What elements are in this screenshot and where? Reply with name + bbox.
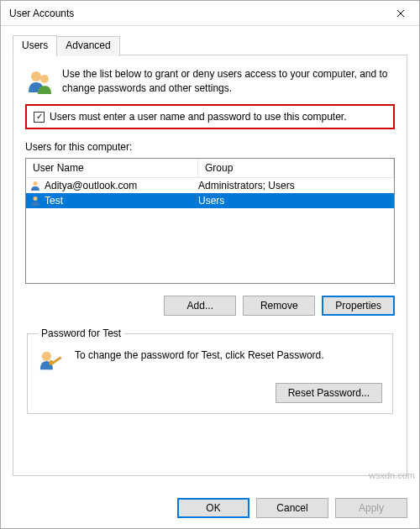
watermark: wsxdn.com — [369, 470, 415, 480]
password-group: Password for Test To change the password… — [27, 327, 393, 414]
cell-username: Test — [45, 195, 63, 207]
password-group-legend: Password for Test — [38, 327, 124, 339]
add-button[interactable]: Add... — [164, 296, 236, 316]
cell-group: Users — [198, 195, 391, 207]
content-area: Users Advanced Use the list below to gra… — [1, 26, 419, 488]
svg-point-1 — [40, 75, 49, 83]
column-header-group[interactable]: Group — [198, 159, 394, 177]
require-password-row: ✓ Users must enter a user name and passw… — [25, 104, 395, 129]
users-list-header: User Name Group — [26, 159, 394, 178]
reset-password-button[interactable]: Reset Password... — [276, 383, 382, 403]
close-button[interactable] — [381, 1, 419, 26]
tab-users[interactable]: Users — [13, 35, 57, 55]
properties-button[interactable]: Properties — [322, 296, 395, 316]
tab-advanced[interactable]: Advanced — [56, 36, 119, 56]
tab-strip: Users Advanced — [13, 34, 407, 55]
svg-point-6 — [49, 360, 54, 365]
user-icon — [29, 195, 41, 207]
checkmark-icon: ✓ — [36, 113, 43, 121]
intro-text: Use the list below to grant or deny user… — [62, 67, 395, 96]
users-list[interactable]: User Name Group Aditya@outlook.com Admin… — [25, 158, 395, 284]
column-header-username[interactable]: User Name — [26, 159, 198, 177]
users-icon — [25, 67, 54, 96]
require-password-label: Users must enter a user name and passwor… — [50, 111, 347, 123]
table-row[interactable]: Test Users — [26, 193, 394, 208]
key-icon — [38, 348, 65, 374]
ok-button[interactable]: OK — [177, 498, 249, 518]
svg-point-2 — [34, 181, 38, 186]
intro-row: Use the list below to grant or deny user… — [25, 67, 395, 96]
users-list-label: Users for this computer: — [25, 141, 395, 153]
dialog-footer: OK Cancel Apply — [1, 488, 419, 528]
cell-group: Administrators; Users — [198, 180, 391, 191]
users-button-row: Add... Remove Properties — [25, 296, 395, 316]
cancel-button[interactable]: Cancel — [256, 498, 328, 518]
svg-point-0 — [31, 71, 41, 81]
tab-panel-users: Use the list below to grant or deny user… — [13, 55, 407, 476]
close-icon — [396, 9, 405, 18]
table-row[interactable]: Aditya@outlook.com Administrators; Users — [26, 178, 394, 193]
remove-button[interactable]: Remove — [243, 296, 315, 316]
svg-point-3 — [34, 196, 38, 201]
window-title: User Accounts — [9, 8, 74, 19]
cell-username: Aditya@outlook.com — [45, 180, 137, 191]
require-password-checkbox[interactable]: ✓ — [34, 112, 45, 123]
apply-button[interactable]: Apply — [335, 498, 407, 518]
user-icon — [29, 180, 41, 191]
titlebar: User Accounts — [1, 1, 419, 26]
user-accounts-window: User Accounts Users Advanced Use the lis… — [0, 0, 420, 529]
svg-point-4 — [42, 352, 51, 361]
password-group-text: To change the password for Test, click R… — [75, 348, 382, 361]
